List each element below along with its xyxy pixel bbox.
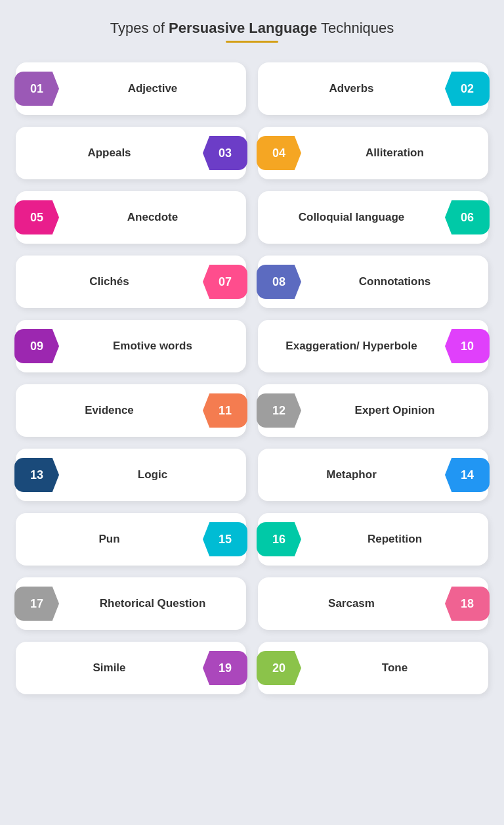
card-08: 08Connotations [258, 256, 488, 308]
badge-10: 10 [445, 329, 490, 363]
badge-07: 07 [203, 265, 247, 299]
card-19: 19Simile [16, 642, 246, 694]
page-title: Types of Persuasive Language Techniques [110, 20, 394, 37]
card-label-05: Anecdote [59, 210, 246, 225]
badge-04: 04 [257, 136, 301, 170]
card-label-17: Rhetorical Question [59, 596, 246, 611]
card-18: 18Sarcasm [258, 577, 488, 630]
badge-02: 02 [445, 72, 490, 106]
card-04: 04Alliteration [258, 127, 488, 179]
card-label-03: Appeals [16, 146, 203, 160]
badge-19: 19 [203, 651, 247, 685]
card-09: 09Emotive words [16, 320, 246, 372]
badge-13: 13 [14, 458, 59, 492]
card-07: 07Clichés [16, 256, 246, 308]
badge-15: 15 [203, 522, 247, 556]
card-02: 02Adverbs [258, 62, 488, 115]
card-label-02: Adverbs [258, 81, 445, 96]
card-label-20: Tone [301, 661, 488, 675]
card-label-04: Alliteration [301, 146, 488, 160]
card-label-16: Repetition [301, 532, 488, 546]
card-20: 20Tone [258, 642, 488, 694]
cards-grid: 01Adjective02Adverbs03Appeals04Alliterat… [16, 62, 488, 694]
card-label-12: Expert Opinion [301, 403, 488, 418]
card-label-06: Colloquial language [258, 210, 445, 225]
badge-14: 14 [445, 458, 490, 492]
card-label-19: Simile [16, 661, 203, 675]
card-10: 10Exaggeration/ Hyperbole [258, 320, 488, 372]
card-label-10: Exaggeration/ Hyperbole [258, 339, 445, 353]
badge-08: 08 [257, 265, 301, 299]
badge-17: 17 [14, 587, 59, 621]
card-label-09: Emotive words [59, 339, 246, 353]
card-label-15: Pun [16, 532, 203, 546]
card-01: 01Adjective [16, 62, 246, 115]
badge-16: 16 [257, 522, 301, 556]
badge-01: 01 [14, 72, 59, 106]
badge-06: 06 [445, 200, 490, 234]
card-11: 11Evidence [16, 384, 246, 437]
card-14: 14Metaphor [258, 449, 488, 501]
card-17: 17Rhetorical Question [16, 577, 246, 630]
card-label-01: Adjective [59, 81, 246, 96]
badge-12: 12 [257, 393, 301, 428]
card-label-11: Evidence [16, 403, 203, 418]
card-label-18: Sarcasm [258, 596, 445, 611]
card-label-13: Logic [59, 468, 246, 482]
card-03: 03Appeals [16, 127, 246, 179]
card-16: 16Repetition [258, 513, 488, 566]
badge-05: 05 [14, 200, 59, 234]
card-label-07: Clichés [16, 275, 203, 289]
badge-11: 11 [203, 393, 247, 428]
badge-20: 20 [257, 651, 301, 685]
card-05: 05Anecdote [16, 191, 246, 244]
badge-03: 03 [203, 136, 247, 170]
card-12: 12Expert Opinion [258, 384, 488, 437]
card-06: 06Colloquial language [258, 191, 488, 244]
title-underline [226, 41, 278, 43]
card-label-14: Metaphor [258, 468, 445, 482]
card-15: 15Pun [16, 513, 246, 566]
badge-18: 18 [445, 587, 490, 621]
badge-09: 09 [14, 329, 59, 363]
card-label-08: Connotations [301, 275, 488, 289]
card-13: 13Logic [16, 449, 246, 501]
